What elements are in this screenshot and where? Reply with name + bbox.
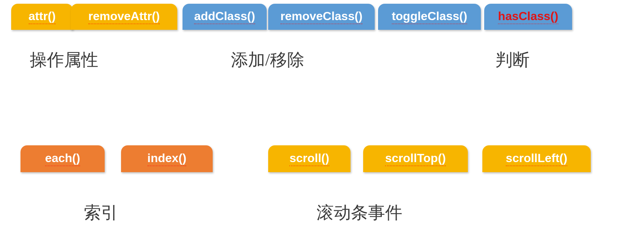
diagram-canvas: attr() removeAttr() addClass() removeCla… bbox=[0, 0, 644, 237]
tag-label: scrollLeft() bbox=[506, 151, 567, 166]
tag-label: index() bbox=[147, 151, 187, 166]
tag-scroll: scroll() bbox=[268, 145, 350, 172]
caption-index: 索引 bbox=[84, 201, 118, 224]
caption-attr: 操作属性 bbox=[30, 48, 98, 72]
caption-scroll: 滚动条事件 bbox=[317, 201, 402, 224]
tag-label: scroll() bbox=[289, 151, 329, 166]
tag-removeclass: removeClass() bbox=[268, 4, 375, 30]
tag-attr: attr() bbox=[11, 4, 73, 30]
tag-label: addClass() bbox=[194, 9, 255, 24]
tag-toggleclass: toggleClass() bbox=[378, 4, 481, 30]
caption-hasclass: 判断 bbox=[495, 48, 530, 72]
tag-label: removeClass() bbox=[280, 9, 363, 24]
tag-label: attr() bbox=[29, 9, 56, 24]
tag-hasclass: hasClass() bbox=[484, 4, 572, 30]
tag-index: index() bbox=[121, 145, 213, 172]
caption-class: 添加/移除 bbox=[231, 48, 304, 72]
tag-scrolltop: scrollTop() bbox=[363, 145, 468, 172]
tag-addclass: addClass() bbox=[183, 4, 267, 30]
tag-label: scrollTop() bbox=[385, 151, 446, 166]
tag-label: toggleClass() bbox=[392, 9, 467, 24]
tag-label: removeAttr() bbox=[88, 9, 160, 24]
tag-label: hasClass() bbox=[498, 9, 558, 24]
tag-removeattr: removeAttr() bbox=[71, 4, 177, 30]
tag-scrollleft: scrollLeft() bbox=[482, 145, 591, 172]
tag-label: each() bbox=[45, 151, 80, 166]
tag-each: each() bbox=[20, 145, 105, 172]
